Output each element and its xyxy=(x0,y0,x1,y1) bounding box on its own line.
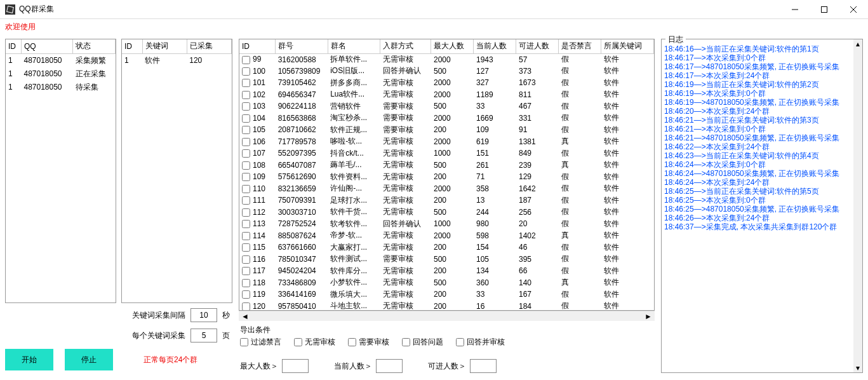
table-row[interactable]: 114885087624帝梦-软...无需审核20005981402真软件 xyxy=(239,230,654,242)
table-row[interactable]: 107552097395抖音ck/t...无需审核1000151849假软件 xyxy=(239,147,654,159)
table-row[interactable]: 115637661660大赢家打...无需审核20015446假软件 xyxy=(239,241,654,254)
scroll-left-icon[interactable]: ◄ xyxy=(241,312,249,321)
col-header[interactable]: QQ xyxy=(21,39,72,53)
interval-label: 关键词采集间隔 xyxy=(132,310,185,321)
filter-answeraudit-checkbox[interactable]: 回答并审核 xyxy=(456,337,505,348)
table-row[interactable]: 105208710662软件正规...需要审核20010991假软件 xyxy=(239,124,654,136)
table-row[interactable]: 111750709391足球打水...无需审核20013187假软件 xyxy=(239,194,654,207)
row-checkbox[interactable] xyxy=(242,220,250,228)
groups-table[interactable]: ID群号群名入群方式最大人数当前人数可进人数是否禁言所属关键词 99316200… xyxy=(239,39,655,311)
table-row[interactable]: 110832136659许仙阁-...无需审核20003581642假软件 xyxy=(239,183,654,195)
table-row[interactable]: 1001056739809iOS旧版...回答并确认500127373假软件 xyxy=(239,65,654,78)
row-checkbox[interactable] xyxy=(242,173,250,181)
row-checkbox[interactable] xyxy=(242,114,250,123)
start-button[interactable]: 开始 xyxy=(5,349,53,370)
log-line: 18:46:17—>本次采集到:24个群 xyxy=(664,71,853,80)
table-row[interactable]: 118733486809小梦软件...无需审核500360140真软件 xyxy=(239,277,654,289)
row-checkbox[interactable] xyxy=(242,267,250,275)
col-header[interactable]: 是否禁言 xyxy=(559,39,601,53)
scroll-down-icon[interactable]: ▾ xyxy=(853,363,862,372)
row-checkbox[interactable] xyxy=(242,302,250,311)
col-header[interactable]: 状态 xyxy=(73,39,116,53)
scroll-up-icon[interactable]: ▴ xyxy=(853,39,862,48)
cur-input[interactable] xyxy=(376,359,403,373)
row-checkbox[interactable] xyxy=(242,196,250,205)
row-checkbox[interactable] xyxy=(242,126,250,134)
row-checkbox[interactable] xyxy=(242,185,250,193)
row-checkbox[interactable] xyxy=(242,149,250,158)
scroll-right-icon[interactable]: ► xyxy=(644,312,652,321)
export-title: 导出条件 xyxy=(240,325,653,336)
col-header[interactable]: 入群方式 xyxy=(380,39,431,53)
row-checkbox[interactable] xyxy=(242,208,250,217)
table-row[interactable]: 112300303710软件干货...无需审核500244256假软件 xyxy=(239,207,654,219)
row-checkbox[interactable] xyxy=(242,56,250,64)
row-checkbox[interactable] xyxy=(242,255,250,264)
table-row[interactable]: 1487018050采集频繁 xyxy=(6,53,116,67)
table-row[interactable]: 108665407087薅羊毛/...无需审核500261239真软件 xyxy=(239,159,654,172)
row-checkbox[interactable] xyxy=(242,279,250,287)
table-row[interactable]: 1487018050待采集 xyxy=(6,81,116,94)
row-checkbox[interactable] xyxy=(242,243,250,252)
max-input[interactable] xyxy=(282,359,309,373)
groups-hscroll[interactable]: ◄ ► xyxy=(239,311,655,321)
col-header[interactable]: ID xyxy=(122,39,142,53)
table-row[interactable]: 103906224118营销软件需要审核50033467假软件 xyxy=(239,100,654,112)
table-row[interactable]: 109575612690软件资料...无需审核20071129假软件 xyxy=(239,171,654,183)
filter-needaudit-checkbox[interactable]: 需要审核 xyxy=(348,337,389,348)
table-row[interactable]: 1软件120 xyxy=(122,53,232,67)
col-header[interactable]: 可进人数 xyxy=(516,39,559,53)
log-scrollbar[interactable]: ▴ ▾ xyxy=(853,39,862,372)
log-line: 18:46:19—>本次采集到:0个群 xyxy=(664,89,853,98)
row-checkbox[interactable] xyxy=(242,102,250,111)
table-row[interactable]: 101739105462拼多多商...无需审核20003271673假软件 xyxy=(239,77,654,89)
filter-ban-checkbox[interactable]: 过滤禁言 xyxy=(240,337,281,348)
table-row[interactable]: 116785010347软件测试...需要审核500105395假软件 xyxy=(239,254,654,266)
col-header[interactable]: 关键词 xyxy=(142,39,187,53)
row-checkbox[interactable] xyxy=(242,161,250,170)
log-line: 18:46:16—>当前正在采集关键词:软件的第1页 xyxy=(664,44,853,53)
keywords-table[interactable]: ID关键词已采集 1软件120 xyxy=(121,39,232,303)
table-row[interactable]: 104816563868淘宝秒杀...需要审核20001669331假软件 xyxy=(239,112,654,125)
table-row[interactable]: 119336414169微乐填大...无需审核20033167假软件 xyxy=(239,288,654,301)
filter-noaudit-checkbox[interactable]: 无需审核 xyxy=(294,337,335,348)
row-checkbox[interactable] xyxy=(242,91,250,99)
row-checkbox[interactable] xyxy=(242,232,250,240)
row-checkbox[interactable] xyxy=(242,79,250,87)
interval-input[interactable] xyxy=(190,308,217,322)
window-title: QQ群采集 xyxy=(19,4,780,15)
col-header[interactable]: ID xyxy=(6,39,21,53)
col-header[interactable]: 已采集 xyxy=(187,39,231,53)
close-button[interactable] xyxy=(839,0,868,19)
table-row[interactable]: 102694656347Lua软件...无需审核20001189811假软件 xyxy=(239,89,654,101)
table-row[interactable]: 120957850410斗地主软...无需审核20016184假软件 xyxy=(239,301,654,311)
cur-label: 当前人数＞ xyxy=(334,361,372,372)
avail-input[interactable] xyxy=(470,359,497,373)
row-checkbox[interactable] xyxy=(242,138,250,146)
log-line: 18:46:25—>本次采集到:0个群 xyxy=(664,196,853,205)
minimize-button[interactable] xyxy=(780,0,810,19)
table-row[interactable]: 1487018050正在采集 xyxy=(6,67,116,81)
col-header[interactable]: ID xyxy=(239,39,276,53)
row-checkbox[interactable] xyxy=(242,290,250,299)
row-checkbox[interactable] xyxy=(242,67,250,76)
table-row[interactable]: 117945024204软件库分...无需审核20013466假软件 xyxy=(239,265,654,277)
table-row[interactable]: 106717789578哆啦-软...无需审核20006191381真软件 xyxy=(239,136,654,148)
col-header[interactable]: 群号 xyxy=(276,39,328,53)
stop-button[interactable]: 停止 xyxy=(65,349,113,370)
col-header[interactable]: 最大人数 xyxy=(431,39,474,53)
log-line: 18:46:21—>本次采集到:0个群 xyxy=(664,125,853,133)
filter-answer-checkbox[interactable]: 回答问题 xyxy=(402,337,443,348)
accounts-table[interactable]: IDQQ状态 1487018050采集频繁1487018050正在采集14870… xyxy=(5,39,116,303)
col-header[interactable]: 当前人数 xyxy=(474,39,516,53)
maximize-button[interactable] xyxy=(810,0,839,19)
col-header[interactable]: 群名 xyxy=(328,39,380,53)
pages-input[interactable] xyxy=(190,329,217,343)
app-icon xyxy=(5,4,15,15)
log-line: 18:46:19—>当前正在采集关键词:软件的第2页 xyxy=(664,80,853,89)
table-row[interactable]: 113728752524软考软件...回答并确认100098020假软件 xyxy=(239,218,654,230)
table-row[interactable]: 99316200588拆单软件...无需审核2000194357假软件 xyxy=(239,53,654,65)
log-line: 18:46:24—>本次采集到:24个群 xyxy=(664,178,853,187)
log-line: 18:46:24—>本次采集到:0个群 xyxy=(664,160,853,169)
col-header[interactable]: 所属关键词 xyxy=(601,39,654,53)
